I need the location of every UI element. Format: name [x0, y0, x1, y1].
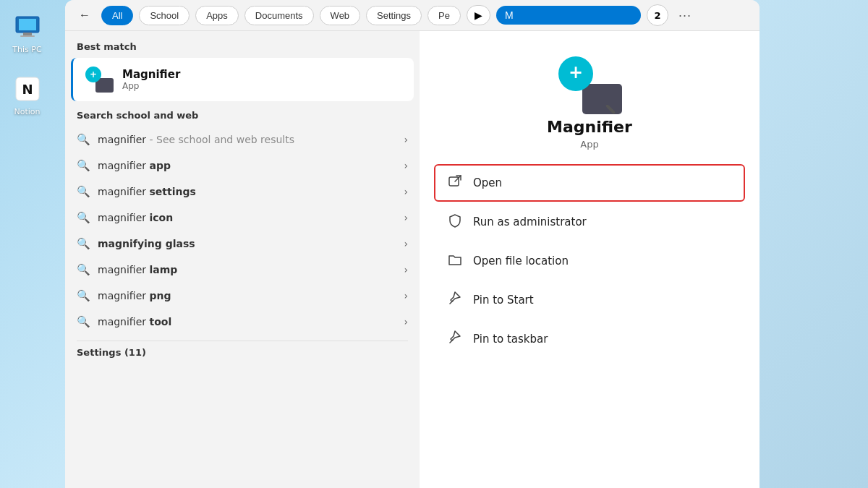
chevron-right-icon: › — [404, 238, 408, 249]
search-web-title: Search school and web — [65, 110, 420, 127]
list-item[interactable]: 🔍 magnifier icon › — [65, 205, 420, 231]
badge-button[interactable]: 2 — [647, 4, 668, 26]
best-match-info: Magnifier App — [122, 68, 180, 91]
action-run-admin-label: Run as administrator — [473, 215, 587, 228]
filter-pe[interactable]: Pe — [427, 6, 461, 25]
chevron-right-icon: › — [404, 264, 408, 275]
open-icon — [447, 174, 463, 192]
action-pin-start-label: Pin to Start — [473, 294, 534, 307]
result-text: magnifying glass — [98, 238, 396, 249]
monitor-shape — [582, 84, 622, 114]
search-icon: 🔍 — [77, 185, 90, 198]
filter-settings[interactable]: Settings — [366, 6, 422, 25]
filter-all[interactable]: All — [101, 6, 133, 25]
left-panel: Best match + Magnifier App Search school… — [65, 31, 420, 488]
best-match-app-type: App — [122, 81, 180, 91]
list-item[interactable]: 🔍 magnifying glass › — [65, 231, 420, 257]
search-icon: 🔍 — [77, 263, 90, 276]
best-match-app-name: Magnifier — [122, 68, 180, 81]
filter-apps-label: Apps — [206, 10, 228, 21]
folder-icon — [447, 252, 463, 270]
settings-title: Settings (11) — [65, 347, 420, 364]
action-open[interactable]: Open — [434, 164, 745, 202]
chevron-right-icon: › — [404, 160, 408, 171]
result-text: magnifier - See school and web results — [98, 134, 396, 145]
top-bar: ← All School Apps Documents Web Settings… — [65, 0, 760, 31]
result-text: magnifier settings — [98, 186, 396, 197]
more-icon: ··· — [678, 8, 692, 23]
app-type-label: App — [580, 139, 598, 150]
filter-web-label: Web — [331, 10, 350, 21]
shield-icon — [447, 213, 463, 231]
action-run-admin[interactable]: Run as administrator — [434, 203, 745, 241]
badge-count: 2 — [654, 10, 660, 21]
magnifier-circle: + — [558, 56, 593, 91]
magnifier-icon-small: + — [85, 65, 114, 94]
thispc-icon — [12, 12, 43, 42]
filter-pe-label: Pe — [438, 10, 450, 21]
action-pin-taskbar[interactable]: Pin to taskbar — [434, 320, 745, 358]
action-open-location-label: Open file location — [473, 254, 569, 267]
notion-icon: N — [12, 74, 43, 104]
filter-documents[interactable]: Documents — [244, 6, 314, 25]
search-icon: 🔍 — [77, 289, 90, 302]
search-icon: 🔍 — [77, 237, 90, 250]
list-item[interactable]: 🔍 magnifier - See school and web results… — [65, 127, 420, 153]
search-icon: 🔍 — [77, 133, 90, 146]
svg-rect-6 — [449, 177, 459, 186]
search-icon: 🔍 — [77, 211, 90, 224]
result-text: magnifier tool — [98, 316, 396, 328]
filter-apps[interactable]: Apps — [195, 6, 239, 25]
filter-documents-label: Documents — [255, 10, 303, 21]
list-item[interactable]: 🔍 magnifier png › — [65, 283, 420, 309]
svg-text:N: N — [22, 82, 33, 97]
content-area: Best match + Magnifier App Search school… — [65, 31, 760, 488]
filter-all-label: All — [112, 10, 122, 21]
chevron-right-icon: › — [404, 212, 408, 223]
filter-settings-label: Settings — [377, 10, 411, 21]
best-match-title: Best match — [65, 41, 420, 58]
result-text: magnifier png — [98, 290, 396, 301]
back-button[interactable]: ← — [74, 4, 95, 26]
notion-label: Notion — [14, 107, 40, 116]
list-item[interactable]: 🔍 magnifier app › — [65, 153, 420, 179]
filter-web[interactable]: Web — [320, 6, 361, 25]
best-match-item[interactable]: + Magnifier App — [71, 58, 414, 101]
action-open-location[interactable]: Open file location — [434, 242, 745, 280]
result-text: magnifier lamp — [98, 264, 396, 275]
list-item[interactable]: 🔍 magnifier settings › — [65, 179, 420, 205]
filter-play-icon: ▶ — [475, 9, 482, 21]
action-open-label: Open — [473, 176, 502, 189]
list-item[interactable]: 🔍 magnifier tool › — [65, 309, 420, 335]
desktop-icon-notion[interactable]: N Notion — [8, 69, 47, 121]
filter-more-button[interactable]: ▶ — [467, 5, 490, 25]
action-pin-start[interactable]: Pin to Start — [434, 281, 745, 319]
magnifier-icon-large: + — [557, 53, 622, 118]
pin-start-icon — [447, 291, 463, 309]
result-text: magnifier app — [98, 160, 396, 171]
result-text: magnifier icon — [98, 212, 396, 223]
desktop-icon-thispc[interactable]: This PC — [8, 7, 47, 59]
search-input[interactable] — [496, 6, 641, 25]
action-list: Open Run as administrator — [434, 164, 745, 358]
app-name-large: Magnifier — [547, 118, 632, 136]
chevron-right-icon: › — [404, 316, 408, 328]
svg-rect-1 — [19, 19, 36, 30]
filter-school-label: School — [150, 10, 179, 21]
back-icon: ← — [79, 9, 90, 22]
thispc-label: This PC — [12, 45, 41, 54]
magnifier-plus-small: + — [90, 69, 97, 80]
action-pin-taskbar-label: Pin to taskbar — [473, 333, 548, 346]
chevron-right-icon: › — [404, 134, 408, 145]
list-item[interactable]: 🔍 magnifier lamp › — [65, 257, 420, 283]
filter-school[interactable]: School — [139, 6, 190, 25]
magnifier-circle-small: + — [85, 67, 101, 82]
right-panel: + Magnifier App — [420, 31, 760, 488]
divider — [77, 341, 408, 341]
search-icon: 🔍 — [77, 315, 90, 328]
svg-rect-3 — [20, 35, 35, 37]
magnifier-plus-icon: + — [569, 64, 583, 81]
search-icon: 🔍 — [77, 159, 90, 172]
more-button[interactable]: ··· — [674, 4, 696, 26]
pin-taskbar-icon — [447, 330, 463, 348]
